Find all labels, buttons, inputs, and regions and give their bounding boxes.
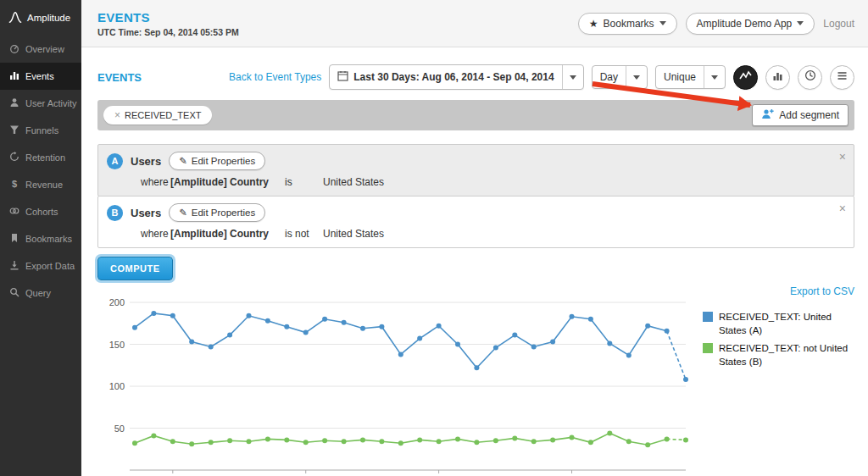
funnel-icon — [9, 125, 19, 136]
top-header: EVENTS UTC Time: Sep 04, 2014 05:53 PM ★… — [81, 0, 868, 47]
sidebar-item-overview[interactable]: Overview — [0, 36, 81, 63]
dollar-icon: $ — [9, 179, 19, 191]
sidebar: Amplitude Overview Events User Activity … — [0, 0, 81, 476]
edit-properties-label: Edit Properties — [192, 156, 255, 166]
add-segment-button[interactable]: Add segment — [752, 104, 849, 126]
interval-dropdown[interactable]: Day — [592, 65, 648, 89]
app-selector-label: Amplitude Demo App — [697, 18, 793, 30]
bookmark-icon — [9, 233, 19, 245]
sidebar-item-label: Funnels — [25, 125, 58, 136]
legend-label: RECEIVED_TEXT: not United States (B) — [719, 342, 854, 368]
sidebar-item-revenue[interactable]: $ Revenue — [0, 171, 81, 198]
line-chart-view-button[interactable] — [733, 65, 758, 90]
sidebar-item-label: Retention — [25, 152, 65, 163]
sidebar-item-events[interactable]: Events — [0, 63, 81, 90]
event-chip[interactable]: × RECEIVED_TEXT — [103, 106, 212, 125]
page-title-block: EVENTS UTC Time: Sep 04, 2014 05:53 PM — [97, 10, 239, 37]
legend-item-b[interactable]: RECEIVED_TEXT: not United States (B) — [703, 342, 854, 368]
toolbar-controls: Back to Event Types Last 30 Days: Aug 06… — [229, 64, 854, 90]
bar-chart-view-button[interactable] — [765, 65, 790, 90]
property-name[interactable]: [Amplitude] Country — [170, 176, 285, 188]
legend-label: RECEIVED_TEXT: United States (A) — [719, 311, 854, 337]
legend-item-a[interactable]: RECEIVED_TEXT: United States (A) — [703, 311, 854, 337]
sidebar-item-user-activity[interactable]: User Activity — [0, 90, 81, 117]
header-actions: ★ Bookmarks Amplitude Demo App Logout — [578, 13, 854, 35]
close-icon[interactable]: × — [839, 202, 846, 215]
sidebar-item-export-data[interactable]: Export Data — [0, 252, 81, 280]
date-range-caret[interactable] — [562, 65, 583, 89]
chart-toolbar: EVENTS Back to Event Types Last 30 Days:… — [97, 64, 854, 90]
svg-text:100: 100 — [109, 381, 125, 391]
realtime-view-button[interactable] — [798, 65, 822, 90]
bar-chart-icon — [772, 69, 783, 85]
chevron-down-icon — [659, 21, 666, 25]
operator[interactable]: is not — [285, 228, 323, 240]
gauge-icon — [9, 43, 19, 55]
segment-condition: where [Amplitude] Country is not United … — [141, 228, 845, 240]
clock-icon — [804, 69, 816, 85]
logo-text: Amplitude — [27, 13, 70, 23]
back-to-event-types-link[interactable]: Back to Event Types — [229, 71, 321, 83]
segment-condition: where [Amplitude] Country is United Stat… — [141, 176, 845, 188]
export-icon — [9, 260, 19, 272]
metric-caret[interactable] — [704, 66, 725, 88]
chevron-down-icon — [797, 21, 804, 25]
sidebar-item-label: Overview — [25, 44, 64, 54]
date-range-picker[interactable]: Last 30 Days: Aug 06, 2014 - Sep 04, 201… — [329, 64, 583, 90]
utc-time: UTC Time: Sep 04, 2014 05:53 PM — [97, 27, 239, 37]
property-name[interactable]: [Amplitude] Country — [170, 228, 285, 240]
user-icon — [9, 97, 19, 109]
chevron-down-icon — [633, 75, 640, 80]
edit-properties-label: Edit Properties — [192, 208, 255, 218]
segment-badge-b: B — [107, 205, 123, 221]
compute-button[interactable]: COMPUTE — [97, 257, 173, 280]
property-value[interactable]: United States — [323, 176, 384, 188]
bookmarks-button[interactable]: ★ Bookmarks — [578, 13, 677, 35]
add-segment-label: Add segment — [779, 109, 839, 121]
search-icon — [9, 287, 19, 299]
sidebar-item-cohorts[interactable]: Cohorts — [0, 198, 81, 225]
bookmarks-label: Bookmarks — [604, 18, 654, 30]
metric-label: Unique — [664, 71, 696, 83]
operator[interactable]: is — [285, 176, 323, 188]
metric-dropdown[interactable]: Unique — [655, 65, 726, 89]
segment-type: Users — [131, 207, 161, 219]
export-csv-link[interactable]: Export to CSV — [790, 285, 854, 297]
amplitude-logo: Amplitude — [0, 0, 81, 36]
property-value[interactable]: United States — [323, 228, 384, 240]
bar-chart-icon — [9, 70, 19, 82]
segment-panel-a: × A Users ✎ Edit Properties where [Ampli… — [97, 144, 854, 196]
sidebar-item-label: Cohorts — [25, 207, 58, 217]
sidebar-item-query[interactable]: Query — [0, 280, 81, 307]
list-view-button[interactable] — [830, 65, 854, 90]
event-segment-bar: × RECEIVED_TEXT Add segment — [97, 100, 854, 130]
edit-properties-button[interactable]: ✎ Edit Properties — [169, 152, 265, 170]
calendar-icon — [337, 70, 348, 84]
svg-text:200: 200 — [109, 297, 125, 307]
app-window: Amplitude Overview Events User Activity … — [0, 0, 868, 476]
sidebar-item-label: Events — [25, 71, 54, 81]
app-selector-button[interactable]: Amplitude Demo App — [686, 13, 815, 35]
where-label: where — [141, 228, 170, 240]
sidebar-item-label: Query — [25, 288, 51, 298]
close-icon[interactable]: × — [839, 150, 846, 163]
legend-swatch-green — [703, 343, 713, 353]
edit-properties-button[interactable]: ✎ Edit Properties — [169, 203, 265, 222]
segment-type: Users — [131, 155, 161, 168]
main-area: EVENTS UTC Time: Sep 04, 2014 05:53 PM ★… — [81, 0, 868, 476]
chart-sidebar: Export to CSV RECEIVED_TEXT: United Stat… — [696, 284, 854, 476]
logout-link[interactable]: Logout — [823, 18, 854, 30]
svg-text:150: 150 — [109, 340, 125, 350]
star-icon: ★ — [589, 18, 598, 30]
chevron-down-icon — [711, 75, 718, 80]
remove-event-icon[interactable]: × — [114, 109, 120, 121]
sidebar-item-funnels[interactable]: Funnels — [0, 117, 81, 144]
sidebar-item-retention[interactable]: Retention — [0, 144, 81, 171]
svg-text:50: 50 — [114, 423, 125, 434]
segment-panel-b: × B Users ✎ Edit Properties where [Ampli… — [97, 196, 854, 248]
interval-caret[interactable] — [626, 66, 647, 88]
sidebar-item-label: User Activity — [25, 98, 77, 108]
sidebar-item-bookmarks[interactable]: Bookmarks — [0, 225, 81, 252]
legend-swatch-blue — [703, 312, 713, 322]
line-chart[interactable]: 20015010050Aug 8Aug 15Aug 22Aug 29 — [97, 284, 696, 476]
